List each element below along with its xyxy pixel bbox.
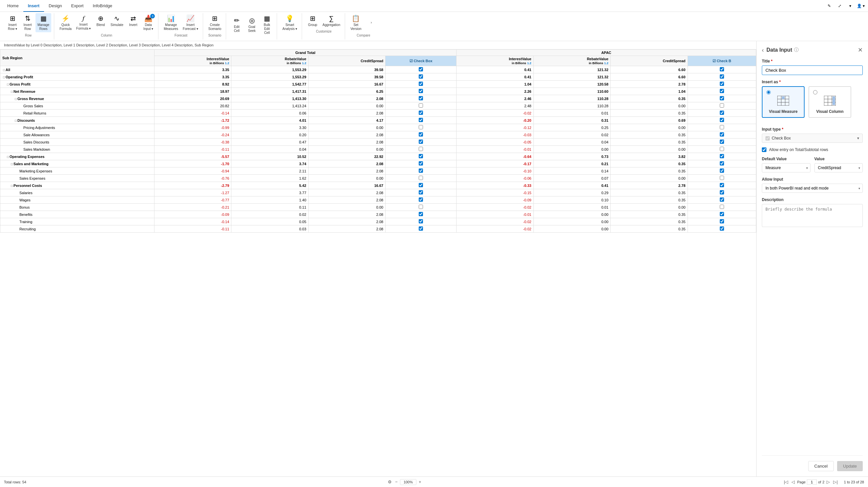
checkbox-cell[interactable] xyxy=(419,75,423,79)
cell-3[interactable] xyxy=(385,182,457,189)
checkbox-cell[interactable] xyxy=(419,197,423,202)
checkbox-cell[interactable] xyxy=(419,67,423,71)
invert-row-button[interactable]: ⇅ InvertRow xyxy=(20,13,35,32)
checkbox-cell[interactable] xyxy=(419,169,423,173)
cell-7[interactable] xyxy=(688,81,756,88)
cancel-button[interactable]: Cancel xyxy=(808,461,834,471)
checkbox-cell[interactable] xyxy=(720,103,724,108)
cell-7[interactable] xyxy=(688,139,756,146)
insert-formula-button[interactable]: 𝑓 InsertFormula ▾ xyxy=(74,13,93,32)
cell-3[interactable] xyxy=(385,175,457,182)
expand-icon[interactable]: □ xyxy=(11,184,13,188)
checkbox-cell[interactable] xyxy=(720,140,724,144)
cell-3[interactable] xyxy=(385,124,457,131)
checkbox-cell[interactable] xyxy=(720,132,724,137)
invert-col-button[interactable]: ⇄ Invert xyxy=(126,13,140,28)
first-page-button[interactable]: |◁ xyxy=(783,479,789,485)
cell-3[interactable] xyxy=(385,66,457,74)
manage-rows-button[interactable]: ▦ ManageRows xyxy=(35,13,51,32)
cell-3[interactable] xyxy=(385,218,457,225)
cell-7[interactable] xyxy=(688,182,756,189)
smart-analysis-button[interactable]: 💡 SmartAnalysis ▾ xyxy=(280,13,299,32)
checkbox-cell[interactable] xyxy=(720,111,724,115)
value-select[interactable]: CreditSpread xyxy=(814,163,863,172)
more-button[interactable]: › xyxy=(364,13,379,32)
expand-icon[interactable]: □ xyxy=(11,162,13,166)
checkbox-cell[interactable] xyxy=(720,118,724,122)
description-textarea[interactable] xyxy=(762,204,863,227)
user-icon[interactable]: 👤 ▾ xyxy=(856,1,865,10)
cell-3[interactable] xyxy=(385,225,457,233)
edit-cell-button[interactable]: ✏ EditCell xyxy=(229,13,244,36)
cell-7[interactable] xyxy=(688,102,756,110)
checkbox-cell[interactable] xyxy=(419,96,423,101)
dropdown-tool-icon[interactable]: ▾ xyxy=(846,1,855,10)
checkbox-cell[interactable] xyxy=(720,190,724,195)
simulate-button[interactable]: ∿ Simulate xyxy=(108,13,125,28)
visual-column-option[interactable]: Visual Column xyxy=(808,86,851,118)
quick-formula-button[interactable]: ⚡ QuickFormula xyxy=(58,13,73,32)
default-value-select[interactable]: Measure xyxy=(762,163,810,172)
checkbox-cell[interactable] xyxy=(419,154,423,158)
cell-3[interactable] xyxy=(385,204,457,211)
cell-3[interactable] xyxy=(385,146,457,153)
cell-3[interactable] xyxy=(385,211,457,218)
checkbox-cell[interactable] xyxy=(720,154,724,158)
allow-input-select[interactable]: In both PowerBI read and edit mode xyxy=(762,183,863,193)
create-scenario-button[interactable]: ⊞ CreateScenario xyxy=(207,13,223,32)
cell-7[interactable] xyxy=(688,146,756,153)
allow-entry-checkbox[interactable] xyxy=(762,147,767,152)
expand-icon[interactable]: □ xyxy=(3,75,5,79)
cell-7[interactable] xyxy=(688,124,756,131)
cell-3[interactable] xyxy=(385,131,457,139)
cell-7[interactable] xyxy=(688,196,756,204)
tab-export[interactable]: Export xyxy=(67,0,88,12)
cell-3[interactable] xyxy=(385,81,457,88)
checkbox-cell[interactable] xyxy=(419,176,423,180)
cell-7[interactable] xyxy=(688,95,756,102)
manage-measures-button[interactable]: 📊 ManageMeasures xyxy=(162,13,180,32)
checkbox-cell[interactable] xyxy=(419,161,423,166)
checkbox-cell[interactable] xyxy=(419,190,423,195)
cell-7[interactable] xyxy=(688,204,756,211)
input-type-dropdown-arrow[interactable]: ▾ xyxy=(857,136,859,141)
insert-forecast-button[interactable]: 📈 InsertForecast ▾ xyxy=(181,13,200,32)
panel-back-button[interactable]: ‹ xyxy=(762,47,764,54)
checkbox-cell[interactable] xyxy=(419,147,423,151)
checkbox-cell[interactable] xyxy=(720,183,724,187)
tab-home[interactable]: Home xyxy=(3,0,23,12)
checkbox-cell[interactable] xyxy=(720,147,724,151)
checkbox-cell[interactable] xyxy=(419,89,423,93)
cell-7[interactable] xyxy=(688,211,756,218)
tab-design[interactable]: Design xyxy=(44,0,66,12)
insert-row-button[interactable]: ⊞ InsertRow ▾ xyxy=(5,13,20,32)
page-input[interactable] xyxy=(807,480,817,485)
checkbox-cell[interactable] xyxy=(720,219,724,223)
data-input-button[interactable]: 3 📥 DataInput ▾ xyxy=(141,13,155,32)
zoom-out-button[interactable]: − xyxy=(394,479,399,485)
cell-7[interactable] xyxy=(688,218,756,225)
checkbox-cell[interactable] xyxy=(720,176,724,180)
table-scroll[interactable]: Sub Region Grand Total APAC InterestValu… xyxy=(0,49,756,477)
checkbox-cell[interactable] xyxy=(720,212,724,216)
cell-7[interactable] xyxy=(688,168,756,175)
checkbox-cell[interactable] xyxy=(419,183,423,187)
cell-7[interactable] xyxy=(688,131,756,139)
cell-3[interactable] xyxy=(385,74,457,81)
cell-3[interactable] xyxy=(385,189,457,196)
tab-infobridge[interactable]: InfoBridge xyxy=(88,0,117,12)
cell-7[interactable] xyxy=(688,225,756,233)
aggregation-button[interactable]: ∑ Aggregation xyxy=(320,13,342,28)
gear-icon[interactable]: ⚙ xyxy=(387,479,393,485)
update-button[interactable]: Update xyxy=(837,461,863,471)
checkbox-cell[interactable] xyxy=(720,89,724,93)
cell-7[interactable] xyxy=(688,153,756,160)
checkbox-cell[interactable] xyxy=(419,118,423,122)
cell-7[interactable] xyxy=(688,110,756,117)
checkbox-cell[interactable] xyxy=(720,205,724,209)
tab-insert[interactable]: Insert xyxy=(23,0,44,12)
zoom-in-button[interactable]: + xyxy=(418,479,422,485)
checkbox-cell[interactable] xyxy=(720,125,724,129)
cell-7[interactable] xyxy=(688,175,756,182)
fit-icon[interactable]: ⤢ xyxy=(835,1,844,10)
